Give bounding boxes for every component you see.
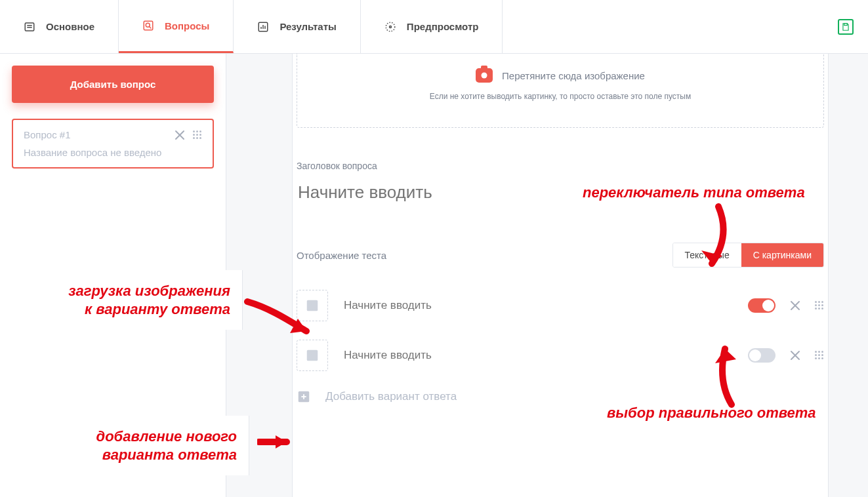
tab-questions-label: Вопросы bbox=[165, 20, 209, 31]
tab-results[interactable]: Результаты bbox=[234, 0, 360, 53]
drag-handle-icon[interactable] bbox=[815, 351, 824, 360]
save-button[interactable] bbox=[838, 19, 854, 35]
answer-row bbox=[297, 290, 824, 321]
save-icon bbox=[841, 22, 850, 31]
tab-questions[interactable]: Вопросы bbox=[119, 0, 234, 53]
tab-preview-label: Предпросмотр bbox=[407, 21, 479, 32]
image-dropzone[interactable]: Перетяните сюда изображение Если не хоти… bbox=[297, 54, 824, 128]
top-tabs: Основное Вопросы Результаты Предпросмотр bbox=[0, 0, 868, 54]
tab-main-label: Основное bbox=[46, 21, 94, 32]
answer-row bbox=[297, 340, 824, 371]
title-label: Заголовок вопроса bbox=[297, 161, 824, 171]
svg-line-5 bbox=[150, 27, 152, 29]
question-card[interactable]: Вопрос #1 Название вопроса не введено bbox=[12, 119, 214, 169]
eye-icon bbox=[384, 21, 396, 33]
svg-point-10 bbox=[386, 22, 395, 31]
answer-text-input[interactable] bbox=[342, 348, 734, 363]
question-card-title: Вопрос #1 bbox=[24, 129, 175, 140]
dropzone-hint: Если не хотите выводить картинку, то про… bbox=[310, 92, 810, 101]
drag-handle-icon[interactable] bbox=[193, 130, 202, 140]
answer-type-text[interactable]: Текстовые bbox=[673, 243, 741, 267]
add-answer-button[interactable]: Добавить вариант ответа bbox=[297, 389, 824, 404]
dropzone-text: Перетяните сюда изображение bbox=[502, 70, 645, 81]
add-answer-label: Добавить вариант ответа bbox=[325, 390, 457, 403]
delete-question-icon[interactable] bbox=[175, 130, 185, 140]
display-label: Отображение теста bbox=[297, 250, 386, 261]
question-title-input[interactable] bbox=[297, 182, 824, 203]
svg-point-4 bbox=[146, 23, 150, 27]
camera-icon bbox=[476, 68, 493, 83]
answer-text-input[interactable] bbox=[342, 298, 734, 313]
delete-answer-icon[interactable] bbox=[790, 300, 800, 311]
svg-point-16 bbox=[309, 302, 312, 305]
svg-point-11 bbox=[389, 26, 391, 28]
bar-chart-icon bbox=[257, 21, 269, 33]
tab-main[interactable]: Основное bbox=[0, 0, 119, 53]
delete-answer-icon[interactable] bbox=[790, 350, 800, 361]
svg-rect-3 bbox=[144, 21, 153, 30]
image-icon bbox=[305, 298, 320, 313]
search-page-icon bbox=[142, 20, 154, 31]
tab-results-label: Результаты bbox=[279, 21, 336, 32]
correct-answer-toggle[interactable] bbox=[748, 298, 775, 313]
editor-area: Перетяните сюда изображение Если не хоти… bbox=[226, 54, 868, 497]
add-question-button[interactable]: Добавить вопрос bbox=[12, 66, 214, 103]
drag-handle-icon[interactable] bbox=[815, 301, 824, 310]
plus-icon bbox=[297, 389, 311, 404]
correct-answer-toggle[interactable] bbox=[748, 348, 775, 363]
svg-point-20 bbox=[309, 352, 312, 355]
question-card-subtitle: Название вопроса не введено bbox=[24, 147, 202, 158]
answer-type-switch: Текстовые С картинками bbox=[672, 243, 825, 268]
answer-image-upload[interactable] bbox=[297, 290, 328, 321]
tab-preview[interactable]: Предпросмотр bbox=[361, 0, 503, 53]
svg-rect-12 bbox=[844, 23, 848, 25]
questions-sidebar: Добавить вопрос Вопрос #1 Название вопро… bbox=[0, 54, 226, 497]
answer-type-images[interactable]: С картинками bbox=[741, 243, 823, 267]
list-icon bbox=[24, 21, 35, 33]
image-icon bbox=[305, 348, 320, 363]
answer-image-upload[interactable] bbox=[297, 340, 328, 371]
